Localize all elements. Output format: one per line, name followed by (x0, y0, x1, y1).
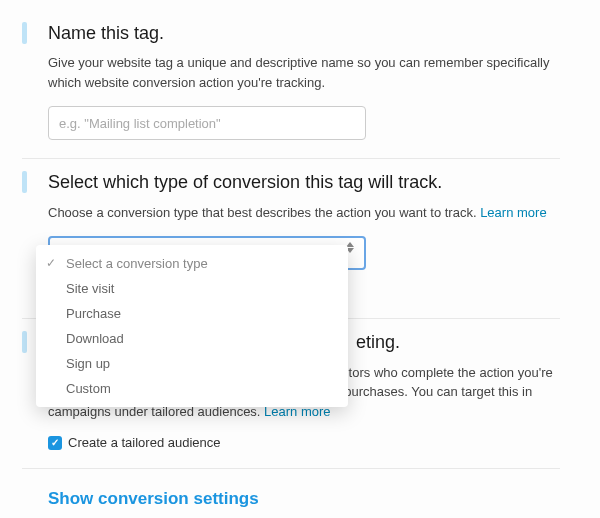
show-conversion-settings[interactable]: Show conversion settings (22, 469, 560, 518)
checkbox-label: Create a tailored audience (68, 435, 221, 450)
dropdown-placeholder-text: Select a conversion type (66, 256, 208, 271)
accent-bar (22, 22, 27, 44)
learn-more-link[interactable]: Learn more (480, 205, 546, 220)
title-suffix: eting. (356, 332, 400, 352)
section-title: Name this tag. (48, 22, 560, 45)
dropdown-option-site-visit[interactable]: Site visit (36, 276, 348, 301)
conversion-type-dropdown: ✓ Select a conversion type Site visit Pu… (36, 245, 348, 407)
dropdown-placeholder[interactable]: ✓ Select a conversion type (36, 251, 348, 276)
dropdown-option-sign-up[interactable]: Sign up (36, 351, 348, 376)
dropdown-option-download[interactable]: Download (36, 326, 348, 351)
check-icon: ✓ (46, 256, 56, 270)
desc-text: Choose a conversion type that best descr… (48, 205, 480, 220)
tag-name-input[interactable] (48, 106, 366, 140)
dropdown-option-purchase[interactable]: Purchase (36, 301, 348, 326)
section-desc: Give your website tag a unique and descr… (48, 53, 560, 92)
accent-bar (22, 171, 27, 193)
dropdown-option-custom[interactable]: Custom (36, 376, 348, 401)
create-audience-checkbox[interactable]: ✓ (48, 436, 62, 450)
section-name-tag: Name this tag. Give your website tag a u… (22, 10, 560, 159)
section-desc: Choose a conversion type that best descr… (48, 203, 560, 223)
checkbox-row: ✓ Create a tailored audience (48, 435, 560, 450)
section-title: Select which type of conversion this tag… (48, 171, 560, 194)
accent-bar (22, 331, 27, 353)
